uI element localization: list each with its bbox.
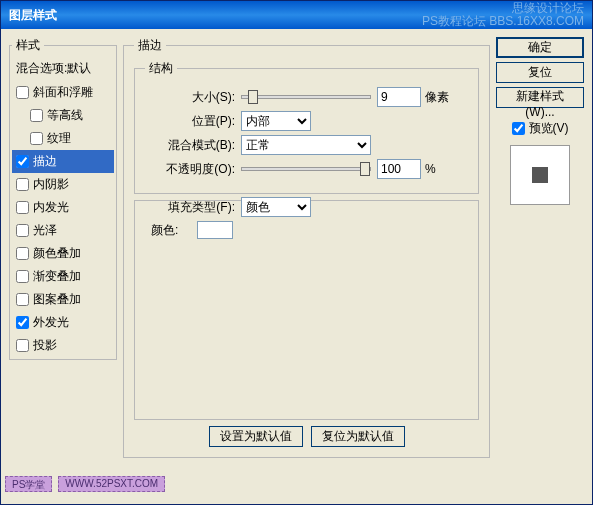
style-item-10[interactable]: 外发光 [12,311,114,334]
structure-legend: 结构 [145,60,177,77]
filltype-select[interactable]: 颜色 [241,197,311,217]
size-input[interactable] [377,87,421,107]
style-item-0[interactable]: 斜面和浮雕 [12,81,114,104]
style-item-5[interactable]: 内发光 [12,196,114,219]
style-item-3[interactable]: 描边 [12,150,114,173]
style-label-2: 纹理 [47,130,71,147]
style-label-1: 等高线 [47,107,83,124]
position-select[interactable]: 内部 [241,111,311,131]
style-checkbox-9[interactable] [16,293,29,306]
footer: PS学堂 WWW.52PSXT.COM [1,474,592,494]
style-checkbox-1[interactable] [30,109,43,122]
style-label-7: 颜色叠加 [33,245,81,262]
style-label-6: 光泽 [33,222,57,239]
style-checkbox-8[interactable] [16,270,29,283]
footer-tag-2: WWW.52PSXT.COM [58,476,165,492]
preview-label: 预览(V) [529,120,569,137]
style-label-9: 图案叠加 [33,291,81,308]
style-label-8: 渐变叠加 [33,268,81,285]
stroke-legend: 描边 [134,37,166,54]
opacity-unit: % [425,162,436,176]
size-label: 大小(S): [145,89,235,106]
style-item-2[interactable]: 纹理 [12,127,114,150]
style-checkbox-4[interactable] [16,178,29,191]
style-checkbox-10[interactable] [16,316,29,329]
style-item-7[interactable]: 颜色叠加 [12,242,114,265]
cancel-button[interactable]: 复位 [496,62,584,83]
opacity-input[interactable] [377,159,421,179]
size-unit: 像素 [425,89,449,106]
style-label-3: 描边 [33,153,57,170]
blend-options-default[interactable]: 混合选项:默认 [12,56,114,81]
styles-legend: 样式 [12,37,44,54]
structure-group: 结构 大小(S): 像素 位置(P): 内部 混合模式(B): 正常 [134,60,479,194]
style-checkbox-11[interactable] [16,339,29,352]
fill-group: 填充类型(F): 颜色 颜色: [134,200,479,420]
titlebar: 图层样式 思缘设计论坛 PS教程论坛 BBS.16XX8.COM [1,1,592,29]
preview-checkbox[interactable] [512,122,525,135]
style-checkbox-7[interactable] [16,247,29,260]
new-style-button[interactable]: 新建样式(W)... [496,87,584,108]
opacity-slider[interactable] [241,167,371,171]
style-item-9[interactable]: 图案叠加 [12,288,114,311]
opacity-label: 不透明度(O): [145,161,235,178]
filltype-label: 填充类型(F): [145,199,235,216]
footer-tag-1: PS学堂 [5,476,52,492]
watermark: 思缘设计论坛 PS教程论坛 BBS.16XX8.COM [422,2,584,28]
set-default-button[interactable]: 设置为默认值 [209,426,303,447]
style-item-11[interactable]: 投影 [12,334,114,357]
style-checkbox-0[interactable] [16,86,29,99]
color-swatch[interactable] [197,221,233,239]
style-label-5: 内发光 [33,199,69,216]
style-checkbox-3[interactable] [16,155,29,168]
style-item-6[interactable]: 光泽 [12,219,114,242]
style-label-10: 外发光 [33,314,69,331]
preview-thumbnail [510,145,570,205]
blendmode-label: 混合模式(B): [145,137,235,154]
style-checkbox-6[interactable] [16,224,29,237]
style-label-0: 斜面和浮雕 [33,84,93,101]
style-item-1[interactable]: 等高线 [12,104,114,127]
size-slider[interactable] [241,95,371,99]
reset-default-button[interactable]: 复位为默认值 [311,426,405,447]
style-item-8[interactable]: 渐变叠加 [12,265,114,288]
style-item-4[interactable]: 内阴影 [12,173,114,196]
styles-list: 样式 混合选项:默认 斜面和浮雕等高线纹理描边内阴影内发光光泽颜色叠加渐变叠加图… [9,37,117,360]
color-label: 颜色: [151,222,191,239]
style-label-11: 投影 [33,337,57,354]
position-label: 位置(P): [145,113,235,130]
window-title: 图层样式 [9,7,57,24]
ok-button[interactable]: 确定 [496,37,584,58]
style-label-4: 内阴影 [33,176,69,193]
stroke-panel: 描边 结构 大小(S): 像素 位置(P): 内部 混合模式(B): [123,37,490,458]
blendmode-select[interactable]: 正常 [241,135,371,155]
style-checkbox-5[interactable] [16,201,29,214]
style-checkbox-2[interactable] [30,132,43,145]
